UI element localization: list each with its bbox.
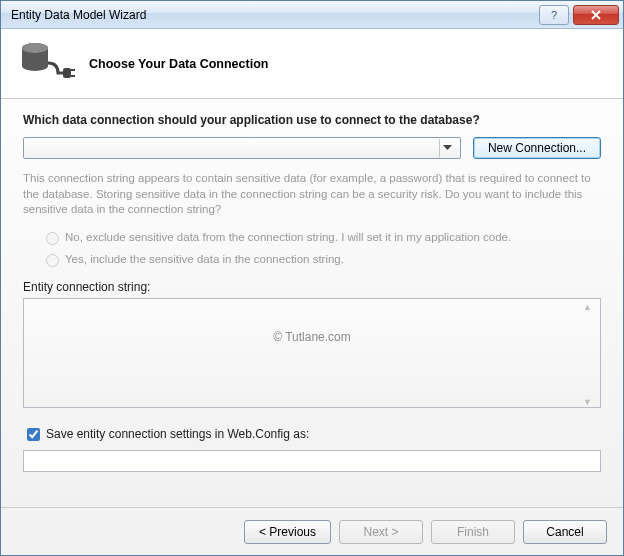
connection-prompt: Which data connection should your applic… [23, 113, 601, 127]
previous-button[interactable]: < Previous [244, 520, 331, 544]
sensitive-data-info: This connection string appears to contai… [23, 171, 601, 218]
connection-row: New Connection... [23, 137, 601, 159]
help-button[interactable]: ? [539, 5, 569, 25]
help-icon: ? [551, 9, 557, 21]
radio-exclude-label: No, exclude sensitive data from the conn… [65, 231, 511, 243]
connection-combobox[interactable] [23, 137, 461, 159]
svg-rect-4 [63, 68, 71, 78]
entity-string-label: Entity connection string: [23, 280, 601, 294]
new-connection-button[interactable]: New Connection... [473, 137, 601, 159]
radio-include-sensitive: Yes, include the sensitive data in the c… [41, 251, 601, 267]
header-panel: Choose Your Data Connection [1, 29, 623, 99]
save-settings-label: Save entity connection settings in Web.C… [46, 427, 309, 441]
save-settings-row[interactable]: Save entity connection settings in Web.C… [23, 425, 601, 444]
next-button: Next > [339, 520, 423, 544]
save-name-input[interactable] [23, 450, 601, 472]
step-heading: Choose Your Data Connection [89, 57, 268, 71]
radio-exclude-input [46, 232, 59, 245]
close-button[interactable] [573, 5, 619, 25]
entity-string-wrap: ▲ ▼ © Tutlane.com [23, 298, 601, 411]
radio-include-input [46, 254, 59, 267]
database-plug-icon [19, 41, 75, 87]
wizard-footer: < Previous Next > Finish Cancel [1, 507, 623, 555]
svg-point-3 [22, 43, 48, 53]
radio-exclude-sensitive: No, exclude sensitive data from the conn… [41, 229, 601, 245]
window-title: Entity Data Model Wizard [11, 8, 537, 22]
content-area: Which data connection should your applic… [1, 99, 623, 507]
radio-include-label: Yes, include the sensitive data in the c… [65, 253, 344, 265]
save-settings-checkbox[interactable] [27, 428, 40, 441]
entity-string-textarea [23, 298, 601, 408]
close-icon [591, 10, 601, 20]
finish-button: Finish [431, 520, 515, 544]
titlebar: Entity Data Model Wizard ? [1, 1, 623, 29]
chevron-down-icon [439, 139, 456, 157]
wizard-window: Entity Data Model Wizard ? Choose Your D… [0, 0, 624, 556]
cancel-button[interactable]: Cancel [523, 520, 607, 544]
